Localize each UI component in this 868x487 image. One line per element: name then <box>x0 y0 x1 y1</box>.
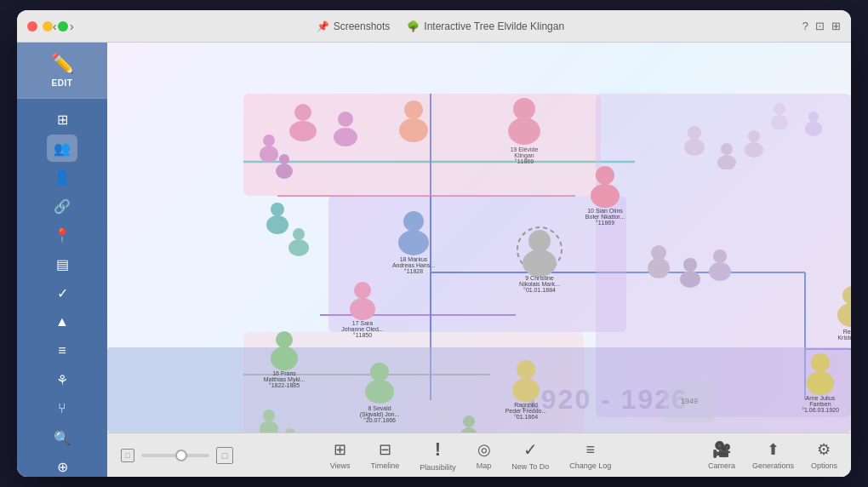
person-card-ragnhild[interactable]: RagnhildPeder Freddo...°01.1864 <box>500 358 551 420</box>
svg-point-28 <box>365 380 394 404</box>
svg-point-61 <box>463 415 475 427</box>
tool-list[interactable]: ≡ <box>47 337 77 364</box>
person-name: 19 ElévideKlingan°11869 <box>511 146 539 164</box>
tool-grid[interactable]: ⊞ <box>47 106 77 133</box>
avatar-svg <box>330 109 361 146</box>
person-card-teal2[interactable] <box>273 226 324 256</box>
timeline-tool[interactable]: ⊟ Timeline <box>371 440 400 470</box>
tree-canvas: 1920 - 1926 <box>107 43 851 433</box>
person-card-elvilde[interactable]: 19 ElévideKlingan°11869 <box>499 95 550 164</box>
person-card-frans[interactable]: 16 FransMatthias Mykl...°1822-1885 <box>259 328 310 388</box>
person-card-sian[interactable]: 10 Sian OlinsBoler Nkattor...°11869 <box>580 163 631 226</box>
change-log-icon: ≡ <box>585 441 595 459</box>
plausibility-tool[interactable]: ! Plausibility <box>420 438 456 472</box>
svg-point-68 <box>805 121 822 136</box>
options-label: Options <box>811 461 837 470</box>
avatar-svg <box>345 279 380 320</box>
person-card[interactable] <box>320 109 371 146</box>
tool-search[interactable]: 🔍 <box>47 424 77 451</box>
tool-person[interactable]: 👤 <box>47 163 77 191</box>
person-card-arne[interactable]: Arne JuliusFantsen°1.06.03.1920 <box>795 351 846 413</box>
svg-point-27 <box>370 363 389 381</box>
tree-label: Interactive Tree Elvilde Klingan <box>424 20 564 32</box>
svg-point-59 <box>285 428 295 433</box>
titlebar-right: ? ⊡ ⊞ <box>802 20 841 32</box>
tree-icon: 🌳 <box>407 20 420 32</box>
zoom-min-icon[interactable]: □ <box>121 449 134 462</box>
pin-icon: 📌 <box>317 20 329 32</box>
svg-point-30 <box>512 378 540 402</box>
svg-point-32 <box>837 303 851 327</box>
svg-point-56 <box>709 262 731 281</box>
help-button[interactable]: ? <box>802 20 808 32</box>
map-tool[interactable]: ◎ Map <box>477 440 492 470</box>
views-tool[interactable]: ⊞ Views <box>330 440 351 470</box>
sidebar-item-edit[interactable]: ✏️ EDIT <box>17 43 107 99</box>
edit-label: EDIT <box>52 78 73 88</box>
person-card-ll2[interactable] <box>265 426 316 433</box>
zoom-thumb[interactable] <box>175 450 187 461</box>
svg-point-16 <box>403 211 424 232</box>
person-card-rs3[interactable] <box>728 128 779 158</box>
person-card-tr2[interactable] <box>788 109 839 136</box>
tool-layers[interactable]: ▤ <box>47 250 77 278</box>
tool-dna[interactable]: ⚘ <box>47 366 77 393</box>
new-to-do-tool[interactable]: ✓ New To Do <box>511 439 549 471</box>
svg-point-12 <box>404 100 423 119</box>
bottom-right-tools: 🎥 Camera ⬆ Generations ⚙ Options <box>708 440 837 470</box>
svg-point-21 <box>528 230 551 252</box>
zoom-slider[interactable] <box>141 454 209 457</box>
person-card-markus[interactable]: 18 MarkusAndreas Hans...°11828 <box>388 209 439 274</box>
window-btn2[interactable]: ⊞ <box>831 20 841 32</box>
tool-mountain[interactable]: ▲ <box>47 308 77 335</box>
map-icon: ◎ <box>477 440 491 459</box>
options-tool[interactable]: ⚙ Options <box>811 440 837 470</box>
titlebar: ‹ › 📌 Screenshots 🌳 Interactive Tree Elv… <box>17 10 851 43</box>
forward-button[interactable]: › <box>66 18 77 35</box>
svg-point-44 <box>276 163 293 179</box>
person-card-sevald[interactable]: 8 Sevald(Sigvald) Jon...°20.07.1866 <box>354 359 405 423</box>
avatar-svg <box>273 152 295 179</box>
tool-link[interactable]: 🔗 <box>47 192 77 220</box>
tool-location[interactable]: 📍 <box>47 221 77 249</box>
svg-point-57 <box>263 410 275 421</box>
svg-point-65 <box>774 103 785 115</box>
zoom-max-icon[interactable]: □ <box>216 447 233 464</box>
svg-point-43 <box>279 154 289 164</box>
back-button[interactable]: ‹ <box>49 18 60 35</box>
traffic-lights <box>27 21 68 32</box>
svg-point-50 <box>745 142 763 158</box>
svg-point-14 <box>513 98 535 120</box>
change-log-tool[interactable]: ≡ Change Log <box>569 441 611 470</box>
tree-view[interactable]: 1920 - 1926 <box>107 43 851 433</box>
person-card-mr3[interactable] <box>694 247 745 281</box>
person-card[interactable] <box>388 98 439 142</box>
svg-point-23 <box>596 166 614 185</box>
tree-tab[interactable]: 🌳 Interactive Tree Elvilde Klingan <box>407 20 564 32</box>
tool-branch[interactable]: ⑂ <box>47 395 77 422</box>
person-name: 8 Sevald(Sigvald) Jon...°20.07.1866 <box>360 405 400 423</box>
tool-check[interactable]: ✓ <box>47 279 77 307</box>
tool-persons[interactable]: 👥 <box>47 135 77 162</box>
window-btn1[interactable]: ⊡ <box>815 20 825 32</box>
tool-search2[interactable]: ⊕ <box>47 453 77 477</box>
svg-point-19 <box>350 298 375 320</box>
person-card-redun[interactable]: RedunKristensen <box>826 283 851 341</box>
person-card-sm2[interactable] <box>259 152 310 179</box>
plausibility-icon: ! <box>435 438 441 461</box>
svg-point-18 <box>354 282 371 299</box>
avatar-svg <box>507 358 545 402</box>
screenshots-tab[interactable]: 📌 Screenshots <box>317 20 391 32</box>
person-card-christine[interactable]: 9 ChristineNikolais Mark...°01.01.1884 <box>514 226 565 293</box>
camera-tool[interactable]: 🎥 Camera <box>708 440 735 470</box>
close-button[interactable] <box>27 21 37 32</box>
person-card-sara[interactable]: 17 SaraJohanne Oled...°11850 <box>337 279 388 338</box>
generations-tool[interactable]: ⬆ Generations <box>752 440 794 470</box>
camera-icon: 🎥 <box>712 440 731 459</box>
avatar-svg <box>395 98 432 142</box>
bottom-center-tools: ⊞ Views ⊟ Timeline ! Plausibility ◎ Map <box>330 438 612 472</box>
person-card-lc2[interactable] <box>465 430 516 433</box>
svg-point-40 <box>288 239 309 256</box>
year-marker: 1949 <box>664 380 715 422</box>
person-name: 17 SaraJohanne Oled...°11850 <box>341 320 383 338</box>
